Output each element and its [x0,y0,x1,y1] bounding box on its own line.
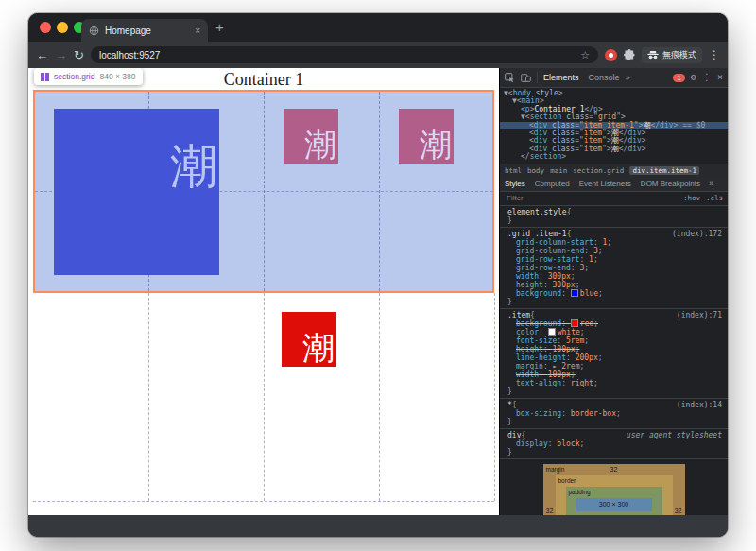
grid-extended-row-line [33,501,494,502]
style-rule: div {user agent stylesheetdisplay: block… [500,429,728,459]
breadcrumb-item[interactable]: body [527,166,544,175]
css-property[interactable]: background: red; [507,319,724,328]
forward-button[interactable]: → [55,49,67,61]
tooltip-selector: section.grid [54,72,94,81]
color-swatch[interactable] [571,289,578,297]
browser-tab[interactable]: Homepage × [81,19,208,42]
panel-tab-console[interactable]: Console [589,73,620,82]
address-bar[interactable]: localhost:9527 ☆ [91,46,598,63]
tree-row[interactable]: </section> [500,153,728,161]
rule-source-link[interactable]: (index):71 [677,311,724,319]
css-property[interactable]: text-align: right; [507,379,724,387]
incognito-badge: 無痕模式 [642,47,702,63]
rule-selector[interactable]: div [507,431,521,439]
sidebar-tab-dom-breakpoints[interactable]: DOM Breakpoints [636,180,705,188]
breadcrumb-item[interactable]: main [550,166,567,175]
inspect-tooltip: section.grid 840 × 380 [34,68,143,85]
grid-extended-line [264,293,265,501]
inspect-element-icon[interactable] [505,73,515,83]
grid-overlay: 潮 潮 潮 [33,90,494,293]
more-panels-icon[interactable]: » [626,73,630,82]
window-bottom-edge [28,515,728,537]
incognito-spy-icon [647,50,659,60]
url-text[interactable]: localhost:9527 [99,50,161,60]
panel-tab-elements[interactable]: Elements [543,73,579,82]
style-rule: * {(index):14box-sizing: border-box;} [500,399,728,429]
css-property[interactable]: grid-column-start: 1; [507,238,724,247]
browser-window: Homepage × + ← → ↻ localhost:9527 ☆ [28,13,728,537]
grid-item-2: 潮 [284,109,338,164]
tab-close-icon[interactable]: × [195,26,200,36]
grid-extended-line [494,293,495,501]
filter-input[interactable] [505,193,593,203]
extensions-puzzle-icon[interactable] [624,49,635,60]
border-label: border [558,477,576,484]
css-property[interactable]: width: 300px; [507,272,724,281]
grid-extended-line [379,293,380,501]
grid-extended-line [148,293,149,501]
css-property[interactable]: font-size: 5rem; [507,336,724,345]
css-property[interactable]: grid-column-end: 3; [507,247,724,255]
error-count-badge[interactable]: 1 [673,74,685,82]
sidebar-tab-styles[interactable]: Styles [500,180,530,188]
css-property[interactable]: line-height: 200px; [507,353,724,362]
toolbar-separator [537,72,538,83]
grid-item-4: 潮 [282,312,336,367]
bookmark-star-icon[interactable]: ☆ [580,49,590,61]
breadcrumb-item[interactable]: section.grid [573,166,624,175]
new-tab-button[interactable]: + [215,18,224,37]
rule-selector[interactable]: .item [507,311,530,319]
breadcrumb-item[interactable]: html [505,166,522,175]
css-property[interactable]: height: 100px; [507,345,724,353]
extension-icon[interactable] [605,49,617,61]
color-swatch[interactable] [571,319,578,327]
margin-right-value: 32 [675,508,682,514]
more-sidebar-tabs-icon[interactable]: » [705,179,717,188]
panel-tab-strip: ElementsConsole [543,73,620,82]
settings-gear-icon[interactable]: ⚙ [691,73,696,82]
css-property[interactable]: height: 300px; [507,281,724,289]
css-property[interactable]: display: block; [507,439,724,448]
reload-button[interactable]: ↻ [74,49,84,61]
css-property[interactable]: grid-row-start: 1; [507,255,724,264]
rule-source-link[interactable]: (index):14 [677,401,724,409]
css-property[interactable]: color: white; [507,328,724,336]
padding-label: padding [569,489,591,495]
sidebar-tab-event-listeners[interactable]: Event Listeners [575,180,636,188]
grid-item-3: 潮 [399,109,454,164]
css-property[interactable]: background: blue; [507,289,724,298]
css-property[interactable]: box-sizing: border-box; [507,409,724,418]
rule-source-link[interactable] [722,208,724,216]
css-property[interactable]: width: 100px; [507,370,724,379]
screenshot-canvas: Homepage × + ← → ↻ localhost:9527 ☆ [0,0,756,551]
style-rule: .grid .item-1 {(index):172grid-column-st… [500,228,728,309]
css-property[interactable]: grid-row-end: 3; [507,264,724,272]
breadcrumb-bar: htmlbodymainsection.griddiv.item.item-1 [500,164,728,177]
devtools-toolbar: ElementsConsole » 1 ⚙ ⋮ × [500,68,728,88]
hov-toggle[interactable]: :hov [683,194,700,202]
rule-selector[interactable]: element.style [507,208,567,216]
devtools-close-icon[interactable]: × [717,73,723,82]
rule-selector[interactable]: .grid .item-1 [507,230,567,238]
sidebar-tab-strip: StylesComputedEvent ListenersDOM Breakpo… [500,177,728,192]
box-model: margin 32 border padding 300 × 300 32 32 [543,464,685,515]
cls-toggle[interactable]: .cls [706,194,723,202]
css-property[interactable]: margin: ▸ 2rem; [507,362,724,370]
rule-source-link[interactable]: user agent stylesheet [627,431,724,439]
back-button[interactable]: ← [36,49,48,61]
browser-menu-kebab-icon[interactable]: ⋮ [709,48,720,61]
style-rule: element.style {} [500,206,728,228]
breadcrumb-item[interactable]: div.item.item-1 [629,166,699,175]
rule-source-link[interactable]: (index):172 [672,230,724,238]
traffic-light-minimize[interactable] [57,22,68,33]
globe-favicon-icon [89,26,99,36]
traffic-light-close[interactable] [40,22,51,33]
margin-left-value: 32 [546,508,554,514]
navigation-toolbar: ← → ↻ localhost:9527 ☆ 無痕模式 [28,42,728,68]
sidebar-tab-computed[interactable]: Computed [530,180,575,188]
devtools-kebab-icon[interactable]: ⋮ [702,73,712,82]
grid-item-3-text: 潮 [420,129,452,162]
grid-item-4-text: 潮 [302,333,335,365]
device-toolbar-icon[interactable] [521,73,531,83]
color-swatch[interactable] [548,328,556,336]
